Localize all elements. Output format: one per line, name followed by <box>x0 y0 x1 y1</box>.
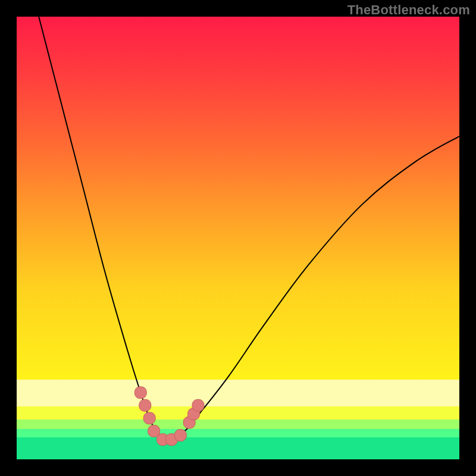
marker-point <box>139 399 151 411</box>
marker-point <box>174 430 186 441</box>
plot-area <box>17 17 459 459</box>
curve-right-limb <box>167 136 459 444</box>
marker-point <box>192 399 204 411</box>
markers-group <box>134 387 204 446</box>
curve-left-limb <box>39 17 167 444</box>
curves-group <box>39 17 459 444</box>
chart-overlay <box>17 17 459 459</box>
marker-point <box>143 412 155 424</box>
outer-frame: TheBottleneck.com <box>0 0 476 476</box>
marker-point <box>134 387 146 399</box>
watermark-text: TheBottleneck.com <box>347 2 470 18</box>
